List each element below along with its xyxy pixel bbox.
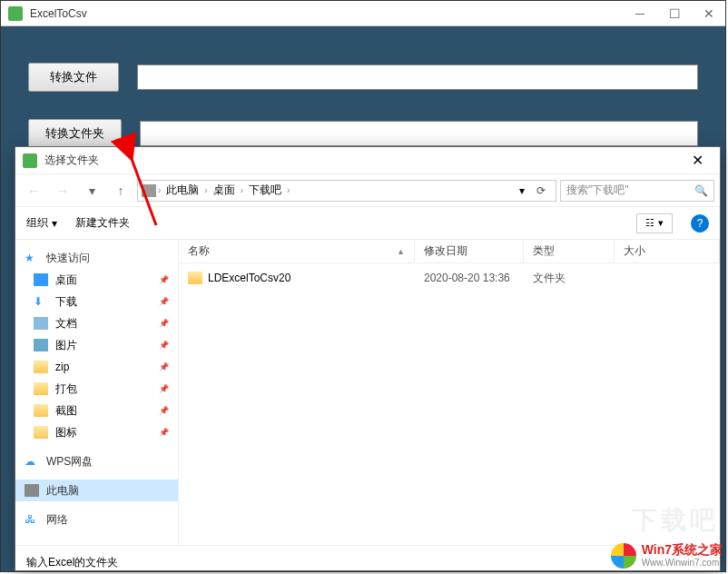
sidebar-downloads[interactable]: ⬇下载📌 xyxy=(15,291,178,312)
chevron-down-icon: ▾ xyxy=(52,217,57,230)
column-date[interactable]: 修改日期 xyxy=(415,240,524,262)
sidebar-screenshot[interactable]: 截图📌 xyxy=(15,400,178,421)
pin-icon: 📌 xyxy=(159,384,169,393)
recent-dropdown[interactable]: ▾ xyxy=(79,180,104,202)
sidebar-wps[interactable]: ☁WPS网盘 xyxy=(15,450,178,472)
sidebar-documents[interactable]: 文档📌 xyxy=(15,312,178,334)
folder-icon xyxy=(34,426,48,439)
new-folder-button[interactable]: 新建文件夹 xyxy=(75,215,130,231)
dialog-content: ★快速访问 桌面📌 ⬇下载📌 文档📌 图片📌 zip📌 打包📌 截图📌 图标📌 … xyxy=(15,240,720,545)
chevron-right-icon: › xyxy=(241,185,243,195)
sidebar-zip[interactable]: zip📌 xyxy=(15,356,178,378)
breadcrumb-pc[interactable]: 此电脑 xyxy=(162,181,202,200)
refresh-button[interactable]: ⟳ xyxy=(530,184,552,197)
folder-path-input[interactable] xyxy=(140,121,698,146)
pin-icon: 📌 xyxy=(159,428,169,437)
file-path-input[interactable] xyxy=(137,64,698,90)
sidebar-network[interactable]: 🖧网络 xyxy=(15,509,178,530)
column-size[interactable]: 大小 xyxy=(615,240,720,262)
pin-icon: 📌 xyxy=(159,319,169,328)
document-icon xyxy=(34,317,48,330)
dialog-footer: 输入Excel的文件夹 xyxy=(15,545,720,570)
star-icon: ★ xyxy=(25,252,39,264)
sidebar-icons[interactable]: 图标📌 xyxy=(15,421,178,443)
dialog-close-button[interactable]: ✕ xyxy=(683,152,713,169)
chevron-right-icon: › xyxy=(287,185,290,195)
sidebar: ★快速访问 桌面📌 ⬇下载📌 文档📌 图片📌 zip📌 打包📌 截图📌 图标📌 … xyxy=(15,240,179,545)
dialog-icon xyxy=(23,153,37,168)
organize-menu[interactable]: 组织 ▾ xyxy=(26,215,57,231)
download-icon: ⬇ xyxy=(34,295,48,308)
main-titlebar: ExcelToCsv ─ ☐ ✕ xyxy=(1,1,725,26)
convert-folder-row: 转换文件夹 xyxy=(28,119,698,148)
convert-file-button[interactable]: 转换文件 xyxy=(28,63,119,92)
column-headers: 名称▲ 修改日期 类型 大小 xyxy=(179,240,720,263)
dialog-title: 选择文件夹 xyxy=(44,153,683,168)
column-type[interactable]: 类型 xyxy=(524,240,615,262)
help-button[interactable]: ? xyxy=(691,214,709,233)
sidebar-pictures[interactable]: 图片📌 xyxy=(15,334,178,356)
address-dropdown[interactable]: ▾ xyxy=(516,183,528,199)
folder-icon xyxy=(34,361,48,373)
up-button[interactable]: ↑ xyxy=(108,180,133,202)
sort-asc-icon: ▲ xyxy=(397,247,405,256)
sidebar-desktop[interactable]: 桌面📌 xyxy=(15,269,178,291)
back-button[interactable]: ← xyxy=(21,180,46,202)
chevron-right-icon: › xyxy=(204,185,207,195)
breadcrumb-desktop[interactable]: 桌面 xyxy=(210,181,239,200)
cloud-icon: ☁ xyxy=(25,455,39,468)
file-type: 文件夹 xyxy=(524,271,615,286)
file-row[interactable]: LDExcelToCsv20 2020-08-20 13:36 文件夹 xyxy=(179,267,720,289)
sidebar-quick-access[interactable]: ★快速访问 xyxy=(15,247,178,269)
footer-label: 输入Excel的文件夹 xyxy=(26,555,118,570)
breadcrumb-folder[interactable]: 下载吧 xyxy=(245,181,285,200)
sidebar-this-pc[interactable]: 此电脑 xyxy=(15,480,178,501)
file-area: 名称▲ 修改日期 类型 大小 LDExcelToCsv20 2020-08-20… xyxy=(179,240,720,545)
file-list: LDExcelToCsv20 2020-08-20 13:36 文件夹 xyxy=(179,263,720,545)
pc-icon xyxy=(142,184,156,197)
chevron-right-icon: › xyxy=(158,185,161,195)
forward-button[interactable]: → xyxy=(50,180,75,202)
network-icon: 🖧 xyxy=(25,513,39,526)
folder-picker-dialog: 选择文件夹 ✕ ← → ▾ ↑ › 此电脑 › 桌面 › 下载吧 › ▾ ⟳ 搜… xyxy=(15,146,721,571)
search-input[interactable]: 搜索"下载吧" 🔍 xyxy=(560,180,714,202)
maximize-button[interactable]: ☐ xyxy=(665,6,684,21)
address-bar[interactable]: › 此电脑 › 桌面 › 下载吧 › ▾ ⟳ xyxy=(137,180,556,202)
view-menu[interactable]: ☷ ▾ xyxy=(636,213,673,233)
dialog-toolbar: 组织 ▾ 新建文件夹 ☷ ▾ ? xyxy=(15,207,720,240)
pin-icon: 📌 xyxy=(159,297,169,306)
folder-icon xyxy=(188,272,202,284)
pin-icon: 📌 xyxy=(159,362,169,371)
pin-icon: 📌 xyxy=(159,341,169,350)
sidebar-pack[interactable]: 打包📌 xyxy=(15,378,178,400)
search-placeholder: 搜索"下载吧" xyxy=(566,183,629,198)
pin-icon: 📌 xyxy=(159,406,169,415)
pictures-icon xyxy=(34,339,48,351)
convert-folder-button[interactable]: 转换文件夹 xyxy=(28,119,122,148)
app-title: ExcelToCsv xyxy=(30,7,631,20)
pc-icon xyxy=(25,484,39,497)
file-date: 2020-08-20 13:36 xyxy=(415,272,524,284)
column-name[interactable]: 名称▲ xyxy=(179,240,415,262)
file-name: LDExcelToCsv20 xyxy=(208,272,290,284)
pin-icon: 📌 xyxy=(159,275,169,284)
window-controls: ─ ☐ ✕ xyxy=(631,6,718,21)
dialog-titlebar: 选择文件夹 ✕ xyxy=(15,147,720,174)
search-icon: 🔍 xyxy=(694,184,708,197)
dialog-nav: ← → ▾ ↑ › 此电脑 › 桌面 › 下载吧 › ▾ ⟳ 搜索"下载吧" 🔍 xyxy=(15,174,720,207)
folder-icon xyxy=(34,404,48,417)
close-button[interactable]: ✕ xyxy=(700,6,718,21)
app-icon xyxy=(8,6,23,21)
folder-icon xyxy=(34,382,48,395)
convert-file-row: 转换文件 xyxy=(28,63,698,92)
minimize-button[interactable]: ─ xyxy=(631,6,649,21)
desktop-icon xyxy=(34,273,48,286)
